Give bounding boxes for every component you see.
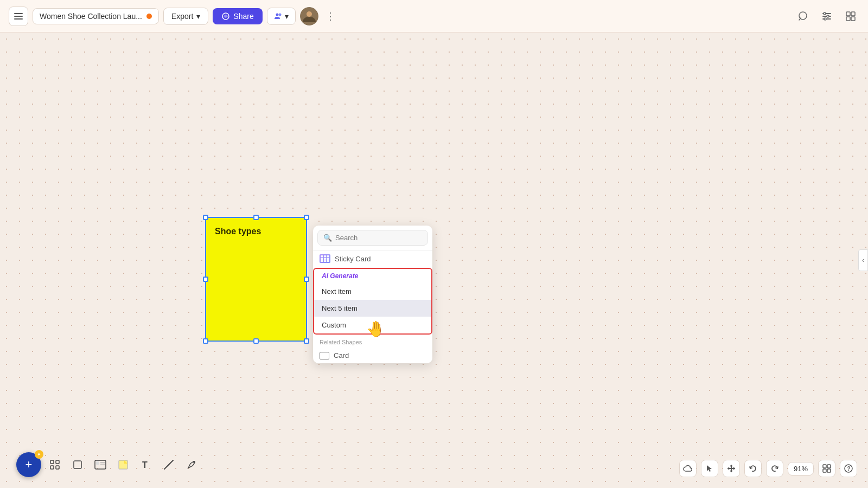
- next-item-label: Next item: [322, 287, 352, 296]
- pen-icon: [186, 459, 197, 470]
- handle-top-left[interactable]: [203, 215, 208, 220]
- add-icon: +: [25, 458, 33, 472]
- frames-icon: [49, 459, 60, 470]
- svg-point-14: [824, 18, 826, 20]
- handle-bottom-right[interactable]: [304, 338, 309, 344]
- svg-point-12: [824, 12, 826, 15]
- grid-view-icon: [822, 464, 831, 473]
- collab-icon: [274, 12, 283, 21]
- share-button[interactable]: Share: [213, 8, 262, 24]
- svg-rect-19: [50, 460, 54, 464]
- svg-rect-22: [56, 466, 59, 469]
- bottom-toolbar: + ✦ T: [16, 452, 201, 477]
- svg-rect-34: [823, 469, 826, 472]
- user-avatar[interactable]: [300, 7, 318, 25]
- svg-rect-28: [119, 460, 127, 469]
- move-button[interactable]: [723, 460, 740, 477]
- svg-rect-0: [14, 13, 23, 14]
- search-icon: 🔍: [323, 234, 332, 242]
- cloud-icon: [683, 465, 693, 472]
- text-tool[interactable]: T: [137, 455, 155, 474]
- svg-rect-21: [50, 466, 54, 469]
- card-item[interactable]: Card: [313, 348, 432, 363]
- project-name: Women Shoe Collection Lau...: [40, 12, 142, 21]
- share-icon: [221, 12, 230, 21]
- redo-button[interactable]: [766, 460, 783, 477]
- svg-point-13: [827, 15, 829, 17]
- svg-rect-20: [56, 460, 59, 464]
- next-item-option[interactable]: Next item: [314, 283, 431, 300]
- handle-middle-right[interactable]: [304, 277, 309, 282]
- project-name-area[interactable]: Women Shoe Collection Lau...: [33, 8, 159, 24]
- shapes-icon: [72, 459, 83, 470]
- export-label: Export: [171, 12, 193, 21]
- handle-middle-left[interactable]: [203, 277, 208, 282]
- svg-rect-15: [846, 12, 850, 16]
- svg-text:?: ?: [847, 466, 851, 472]
- frames-tool[interactable]: [46, 455, 64, 474]
- handle-top-right[interactable]: [304, 215, 309, 220]
- svg-rect-35: [827, 469, 831, 472]
- export-button[interactable]: Export ▾: [163, 8, 208, 25]
- svg-text:T: T: [142, 460, 148, 470]
- ai-generate-header: AI Generate: [314, 269, 431, 283]
- hamburger-icon: [14, 13, 23, 20]
- move-icon: [727, 464, 736, 473]
- handle-bottom-left[interactable]: [203, 338, 208, 344]
- cloud-save-button[interactable]: [679, 460, 697, 477]
- status-dot: [146, 14, 152, 19]
- top-bar-left: Women Shoe Collection Lau... Export ▾ Sh…: [9, 7, 338, 26]
- zoom-level: 91%: [794, 465, 808, 473]
- line-icon: [163, 459, 174, 470]
- undo-button[interactable]: [744, 460, 762, 477]
- settings-icon[interactable]: [818, 8, 835, 25]
- sticky-card-item[interactable]: Sticky Card: [313, 251, 432, 267]
- comments-icon[interactable]: [794, 8, 812, 25]
- sticky-card-icon: [320, 254, 330, 263]
- sticky-card-label: Sticky Card: [335, 255, 371, 263]
- grid-icon[interactable]: [842, 8, 859, 25]
- search-input-wrap[interactable]: 🔍: [317, 230, 428, 246]
- svg-rect-2: [14, 18, 23, 20]
- text-icon: T: [141, 459, 151, 470]
- next-5-label: Next 5 item: [322, 304, 358, 312]
- help-button[interactable]: ?: [840, 460, 857, 477]
- grid-view-button[interactable]: [818, 460, 835, 477]
- canvas[interactable]: Shoe types 🔍 Sticky Card: [0, 33, 868, 488]
- shapes-tool[interactable]: [68, 455, 87, 474]
- card-icon: [320, 352, 329, 359]
- redo-icon: [770, 464, 779, 473]
- sparkle-icon: ✦: [35, 450, 43, 459]
- help-icon: ?: [844, 464, 853, 473]
- svg-rect-33: [827, 465, 831, 468]
- search-input[interactable]: [335, 234, 422, 242]
- add-button[interactable]: + ✦: [16, 452, 41, 477]
- card-tool[interactable]: [91, 455, 110, 474]
- context-dropdown: 🔍 Sticky Card AI Generate Next item Next…: [313, 226, 432, 363]
- svg-point-7: [307, 11, 312, 17]
- card-label: Card: [334, 351, 349, 359]
- collab-button[interactable]: ▾: [267, 8, 296, 25]
- next-5-item-option[interactable]: Next 5 item: [314, 300, 431, 317]
- menu-button[interactable]: [9, 7, 28, 26]
- top-bar: Women Shoe Collection Lau... Export ▾ Sh…: [0, 0, 868, 33]
- related-shapes-label: Related Shapes: [313, 336, 432, 348]
- custom-option[interactable]: Custom: [314, 317, 431, 333]
- sticky-icon: [118, 459, 129, 470]
- custom-label: Custom: [322, 321, 346, 329]
- sticky-tool[interactable]: [114, 455, 132, 474]
- svg-rect-25: [96, 461, 99, 465]
- handle-bottom-center[interactable]: [253, 338, 259, 344]
- bottom-right-controls: 91% ?: [679, 460, 857, 477]
- cursor-mode-button[interactable]: [701, 460, 718, 477]
- sticky-note[interactable]: Shoe types: [205, 217, 307, 342]
- handle-top-center[interactable]: [253, 215, 259, 220]
- more-options-button[interactable]: ⋮: [323, 9, 338, 24]
- svg-point-4: [276, 13, 278, 16]
- line-tool[interactable]: [159, 455, 178, 474]
- chevron-down-icon-collab: ▾: [285, 12, 289, 21]
- svg-line-30: [164, 460, 173, 469]
- pen-tool[interactable]: [182, 455, 201, 474]
- panel-toggle[interactable]: ‹: [858, 249, 868, 271]
- svg-rect-23: [74, 461, 81, 468]
